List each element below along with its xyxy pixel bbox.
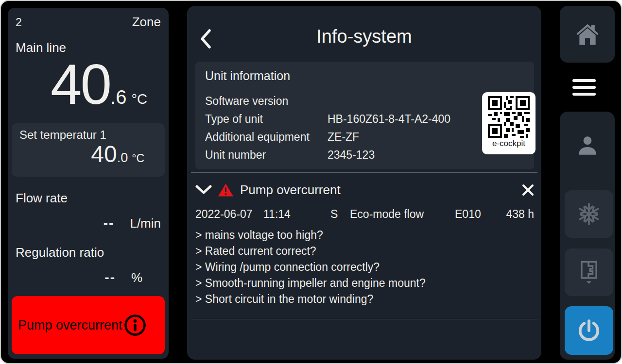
main-temp-unit: °C <box>131 91 147 107</box>
info-row-label: Type of unit <box>205 113 328 126</box>
alarm-title: Pump overcurrent <box>240 182 341 198</box>
zone-number: 2 <box>16 16 22 29</box>
qr-card[interactable]: e-cockpit <box>482 92 536 154</box>
info-row: Unit number 2345-123 <box>205 146 524 164</box>
set-temp-label: Set temperatur 1 <box>19 128 157 142</box>
close-icon <box>522 184 534 196</box>
set-temp-value: 40 .0 °C <box>19 143 157 166</box>
zone-panel: 2 Zone Main line 40 .6 °C Set temperatur… <box>8 8 169 359</box>
regulation-ratio-unit: % <box>131 270 142 285</box>
main-temp-integer: 40 <box>51 56 110 113</box>
alarm-banner-label: Pump overcurrent <box>18 318 122 333</box>
zone-label: Zone <box>132 15 161 30</box>
alarm-hint: > Smooth-running impeller and engine mou… <box>195 275 534 291</box>
regulation-ratio-label: Regulation ratio <box>16 245 161 260</box>
flow-rate-label: Flow rate <box>16 191 161 206</box>
alarm-entry: Pump overcurrent 2022-06-07 11:14 S Eco-… <box>195 178 534 307</box>
alarm-mode: Eco-mode flow <box>350 208 455 221</box>
collapse-button[interactable] <box>195 182 213 197</box>
separator <box>191 319 537 319</box>
sidebar-lower-group <box>560 112 615 360</box>
info-system-panel: Info-system Unit information Software ve… <box>187 6 541 360</box>
sidebar-item-home[interactable] <box>560 6 615 63</box>
separator <box>191 172 537 173</box>
alarm-meta-row: 2022-06-07 11:14 S Eco-mode flow E010 43… <box>195 208 534 221</box>
hmi-screen: 2 Zone Main line 40 .6 °C Set temperatur… <box>0 0 622 364</box>
info-row-label: Additional equipment <box>205 131 328 144</box>
sidebar-item-cooling[interactable] <box>565 190 613 238</box>
alarm-time: 11:14 <box>263 208 330 221</box>
flow-rate-value-row: -- L/min <box>16 215 161 231</box>
set-temperature-tile[interactable]: Set temperatur 1 40 .0 °C <box>12 123 165 177</box>
alarm-header: Pump overcurrent <box>195 178 534 201</box>
zone-header: 2 Zone <box>16 15 161 30</box>
info-row: Type of unit HB-160Z61-8-4T-A2-400 <box>205 110 524 128</box>
unit-information-rows: Software version Type of unit HB-160Z61-… <box>205 92 524 164</box>
alarm-hint: > Short circuit in the motor winding? <box>195 291 534 307</box>
alarm-hint: > Wiring /pump connection correctly? <box>195 259 534 275</box>
power-button[interactable] <box>565 306 613 355</box>
back-chevron-icon <box>199 29 212 49</box>
alarm-class: S <box>330 208 350 221</box>
alarm-code: E010 <box>455 208 490 221</box>
set-temp-integer: 40 <box>91 143 117 166</box>
sidebar-item-menu[interactable] <box>541 63 612 112</box>
close-button[interactable] <box>518 182 534 198</box>
info-row-label: Software version <box>205 95 328 108</box>
info-circle-icon <box>123 314 147 337</box>
info-row: Additional equipment ZE-ZF <box>205 128 524 146</box>
chevron-down-icon <box>195 185 212 195</box>
main-temperature: 40 .6 °C <box>16 56 161 111</box>
alarm-operating-hours: 438 h <box>490 208 534 221</box>
warning-triangle-icon <box>218 183 234 197</box>
unit-information-title: Unit information <box>205 69 524 83</box>
menu-icon <box>572 79 596 96</box>
back-button[interactable] <box>195 25 216 52</box>
set-temp-unit: °C <box>132 152 144 165</box>
regulation-ratio-value: -- <box>16 270 116 285</box>
mold-icon <box>576 259 602 286</box>
alarm-date: 2022-06-07 <box>195 208 263 221</box>
power-icon <box>576 317 602 344</box>
alarm-banner[interactable]: Pump overcurrent <box>12 296 165 354</box>
unit-information-card: Unit information Software version Type o… <box>195 62 534 169</box>
snowflake-icon <box>576 201 602 227</box>
alarm-hint: > Rated current correct? <box>195 243 534 259</box>
flow-rate-value: -- <box>16 215 114 231</box>
sidebar-item-mold[interactable] <box>565 248 613 296</box>
flow-rate-unit: L/min <box>130 216 161 231</box>
info-row-label: Unit number <box>205 149 328 162</box>
main-temp-fraction: .6 <box>110 86 126 108</box>
regulation-ratio-value-row: -- % <box>16 270 161 285</box>
alarm-hints: > mains voltage too high? > Rated curren… <box>195 227 534 307</box>
qr-code-icon <box>488 96 530 138</box>
page-title: Info-system <box>187 6 541 47</box>
alarm-hint: > mains voltage too high? <box>195 227 534 243</box>
home-icon <box>574 22 601 47</box>
set-temp-fraction: .0 <box>117 150 128 165</box>
info-row: Software version <box>205 92 524 110</box>
qr-label: e-cockpit <box>492 139 525 149</box>
sidebar-item-user[interactable] <box>560 126 615 165</box>
user-icon <box>574 132 601 159</box>
